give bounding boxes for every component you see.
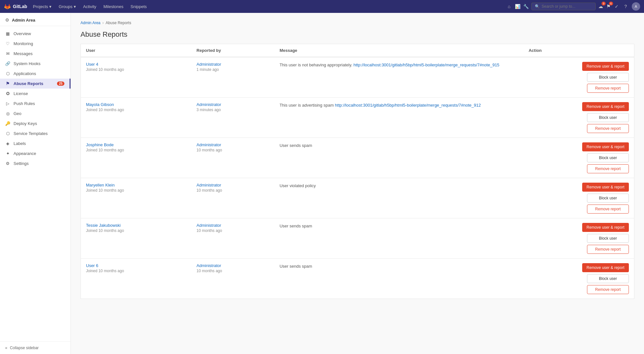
sidebar-label-settings: Settings [14,161,29,166]
remove-user-report-button[interactable]: Remove user & report [582,183,629,192]
main-nav: Projects ▾ Groups ▾ Activity Milestones … [30,3,150,10]
remove-user-report-button[interactable]: Remove user & report [582,102,629,111]
sidebar-label-license: License [14,91,28,96]
user-name-link[interactable]: Mayola Gibson [86,102,186,107]
collapse-sidebar-button[interactable]: « Collapse sidebar [5,346,65,350]
sidebar-label-abuse-reports: Abuse Reports [14,81,43,86]
merge-requests-badge[interactable]: ⚑ 6 [606,4,611,9]
remove-report-button[interactable]: Remove report [587,245,629,254]
user-name-link[interactable]: Tessie Jakubowski [86,223,186,228]
groups-menu[interactable]: Groups ▾ [55,3,79,10]
sidebar-item-geo[interactable]: ◎ Geo [0,109,71,119]
action-group: Remove user & report Block user Remove r… [529,62,629,93]
breadcrumb-root-link[interactable]: Admin Area [80,21,100,25]
sidebar-item-applications[interactable]: ⬡ Applications [0,69,71,79]
user-joined: Joined 10 months ago [86,269,186,273]
reporter-link[interactable]: Administrator [196,223,269,228]
message-link[interactable]: http://localhost:3001/gitlab/h5bp/html5-… [354,62,499,67]
remove-user-report-button[interactable]: Remove user & report [582,62,629,71]
block-user-button[interactable]: Block user [587,113,629,122]
user-joined: Joined 10 months ago [86,228,186,233]
sidebar-item-messages[interactable]: ✉ Messages [0,49,71,59]
remove-user-report-button[interactable]: Remove user & report [582,263,629,272]
reporter-link[interactable]: Administrator [196,102,269,107]
table-header-row: User Reported by Message Action [81,44,634,57]
user-avatar[interactable]: A [632,2,640,11]
block-user-button[interactable]: Block user [587,274,629,283]
search-box[interactable]: 🔍 [531,3,596,10]
sidebar-item-push-rules[interactable]: ▷ Push Rules [0,99,71,109]
sidebar-title: Admin Area [12,18,35,23]
reporter-link[interactable]: Administrator [196,62,269,67]
user-name-link[interactable]: User 4 [86,62,186,67]
sidebar-item-service-templates[interactable]: ⬡ Service Templates [0,129,71,139]
block-user-button[interactable]: Block user [587,73,629,82]
main-content: Admin Area › Abuse Reports Abuse Reports… [71,13,644,354]
snippets-link[interactable]: Snippets [127,3,150,10]
deploy-keys-icon: 🔑 [5,121,10,126]
projects-menu[interactable]: Projects ▾ [30,3,55,10]
reporter-link[interactable]: Administrator [196,183,269,187]
projects-chevron: ▾ [49,4,52,9]
monitoring-icon: ♡ [5,41,10,46]
remove-user-report-button[interactable]: Remove user & report [582,223,629,232]
appearance-icon: ✦ [5,151,10,156]
sidebar-label-monitoring: Monitoring [14,41,33,46]
reported-time: 10 months ago [196,228,269,233]
badge-count: 9 [601,2,606,5]
chart-icon[interactable]: 📊 [515,4,520,9]
sidebar-label-service-templates: Service Templates [14,131,48,136]
sidebar-item-settings[interactable]: ⚙ Settings [0,158,71,168]
help-icon[interactable]: ? [623,4,629,9]
user-name-link[interactable]: Josphine Bode [86,142,186,147]
remove-report-button[interactable]: Remove report [587,124,629,133]
license-icon: ✪ [5,91,10,96]
action-group: Remove user & report Block user Remove r… [529,102,629,133]
reporter-link[interactable]: Administrator [196,142,269,147]
action-group: Remove user & report Block user Remove r… [529,263,629,294]
user-name-link[interactable]: Maryellen Klein [86,183,186,187]
sidebar-label-labels: Labels [14,141,26,146]
block-user-button[interactable]: Block user [587,194,629,203]
labels-icon: ◈ [5,141,10,146]
sidebar-item-overview[interactable]: ▦ Overview [0,29,71,39]
notifications-badge[interactable]: ☁ 9 [598,4,603,9]
message-link[interactable]: http://localhost:3001/gitlab/h5bp/html5-… [335,103,481,108]
block-user-button[interactable]: Block user [587,153,629,162]
todo-icon[interactable]: ✓ [614,4,620,9]
block-user-button[interactable]: Block user [587,234,629,243]
table-row: Tessie Jakubowski Joined 10 months ago A… [81,218,634,259]
sidebar-item-deploy-keys[interactable]: 🔑 Deploy Keys [0,119,71,129]
table-row: User 6 Joined 10 months ago Administrato… [81,259,634,299]
brand-text: GitLab [13,4,27,9]
remove-report-button[interactable]: Remove report [587,164,629,173]
action-group: Remove user & report Block user Remove r… [529,183,629,214]
remove-report-button[interactable]: Remove report [587,84,629,93]
brand-logo[interactable]: GitLab [4,3,27,10]
snippets-label: Snippets [130,4,147,9]
user-joined: Joined 10 months ago [86,67,186,72]
message-text: This user is not behaving appropriately.… [279,62,499,67]
navbar: GitLab Projects ▾ Groups ▾ Activity Mile… [0,0,644,13]
sidebar-item-abuse-reports[interactable]: ⚑ Abuse Reports 25 [0,79,71,89]
reporter-link[interactable]: Administrator [196,263,269,268]
sidebar-label-system-hooks: System Hooks [14,61,41,66]
sidebar-item-labels[interactable]: ◈ Labels [0,139,71,148]
sidebar-item-system-hooks[interactable]: 🔗 System Hooks [0,59,71,69]
milestones-link[interactable]: Milestones [100,3,127,10]
sidebar-item-appearance[interactable]: ✦ Appearance [0,148,71,158]
projects-label: Projects [33,4,48,9]
geo-icon: ◎ [5,111,10,116]
home-icon[interactable]: ⌂ [506,4,512,9]
remove-user-report-button[interactable]: Remove user & report [582,142,629,151]
wrench-icon[interactable]: 🔧 [523,4,529,9]
user-name-link[interactable]: User 6 [86,263,186,268]
activity-link[interactable]: Activity [80,3,99,10]
col-header-user: User [81,44,192,57]
sidebar-item-monitoring[interactable]: ♡ Monitoring [0,39,71,49]
remove-report-button[interactable]: Remove report [587,285,629,294]
remove-report-button[interactable]: Remove report [587,205,629,214]
abuse-reports-table: User Reported by Message Action User 4 J… [80,44,634,299]
sidebar-item-license[interactable]: ✪ License [0,89,71,99]
search-input[interactable] [542,4,587,9]
